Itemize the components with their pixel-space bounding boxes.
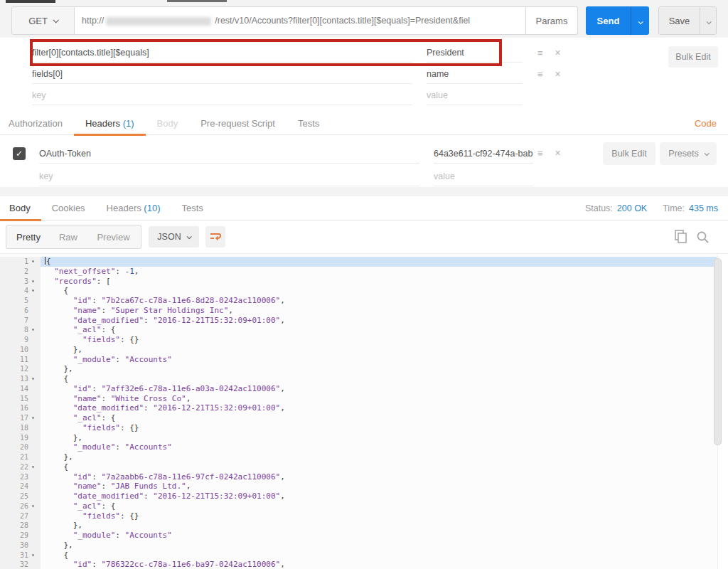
fold-arrow-icon[interactable]: ▾ (31, 374, 41, 384)
save-button[interactable]: Save (659, 7, 700, 34)
view-raw-button[interactable]: Raw (50, 225, 86, 248)
header-value-input[interactable] (434, 166, 533, 186)
params-button[interactable]: Params (526, 6, 578, 35)
line-gutter: 32 (0, 560, 41, 569)
tab-body[interactable]: Body (146, 112, 190, 135)
method-select[interactable]: GET (11, 6, 75, 35)
tab-response-body[interactable]: Body (0, 196, 41, 220)
line-gutter: 29 (0, 531, 41, 541)
search-button[interactable] (696, 230, 710, 244)
fold-spacer (31, 364, 41, 374)
view-pretty-button[interactable]: Pretty (6, 225, 50, 248)
fold-arrow-icon[interactable]: ▾ (31, 325, 41, 335)
header-row-checkbox[interactable]: ✓ (13, 147, 26, 160)
tab-tests[interactable]: Tests (287, 112, 331, 135)
url-input[interactable]: http:// /rest/v10/Accounts?filter[0][con… (75, 6, 526, 35)
response-body-viewer[interactable]: 1▾{2 "next_offset": -1,3▾ "records": [4▾… (0, 253, 728, 569)
line-number: 22 (0, 462, 31, 472)
fold-arrow-icon[interactable]: ▾ (31, 462, 41, 472)
fold-spacer (31, 541, 41, 551)
tab-response-tests[interactable]: Tests (171, 196, 213, 220)
code-line: 3▾ "records": [ (0, 277, 728, 287)
code-text: }, (41, 521, 728, 531)
fold-spacer (31, 296, 41, 306)
fold-arrow-icon[interactable]: ▾ (31, 501, 41, 511)
fold-spacer (31, 482, 41, 491)
line-gutter: 19 (0, 433, 41, 443)
save-dropdown-button[interactable] (700, 7, 716, 34)
code-line: 26▾ "_acl": { (0, 501, 728, 511)
line-number: 5 (0, 296, 31, 306)
line-number: 31 (0, 551, 31, 560)
code-line: 20 "_module": "Accounts" (0, 442, 728, 452)
fold-spacer (31, 433, 41, 443)
param-value-input[interactable] (427, 43, 523, 63)
format-select[interactable]: JSON (149, 226, 199, 248)
drag-handle-icon[interactable]: ≡ (537, 69, 543, 80)
line-number: 32 (0, 560, 31, 569)
bulk-edit-button[interactable]: Bulk Edit (603, 142, 655, 165)
code-text: "_acl": { (41, 325, 728, 335)
scrollbar-thumb[interactable] (714, 258, 722, 445)
line-gutter: 10 (0, 345, 41, 355)
drag-handle-icon[interactable]: ≡ (537, 148, 543, 159)
header-key-input[interactable] (39, 166, 419, 186)
tab-response-headers[interactable]: Headers (10) (96, 196, 171, 220)
fold-arrow-icon[interactable]: ▾ (31, 551, 41, 560)
copy-button[interactable] (675, 230, 687, 244)
param-value-input[interactable] (427, 64, 523, 84)
line-number: 28 (0, 521, 31, 531)
presets-button[interactable]: Presets (660, 142, 717, 165)
line-number: 27 (0, 511, 31, 521)
code-line: 15 "name": "White Cross Co", (0, 394, 728, 404)
wrap-text-button[interactable] (205, 226, 225, 248)
param-value-input[interactable] (427, 85, 523, 105)
fold-arrow-icon[interactable]: ▾ (31, 277, 41, 287)
code-text: { (41, 374, 728, 384)
time-value: 435 ms (689, 196, 718, 220)
line-gutter: 12 (0, 364, 41, 374)
param-key-input[interactable] (32, 43, 412, 63)
chevron-down-icon (186, 234, 191, 239)
fold-arrow-icon[interactable]: ▾ (31, 413, 41, 423)
param-key-input[interactable] (32, 85, 412, 105)
code-line: 1▾{ (0, 257, 728, 267)
remove-row-icon[interactable]: × (555, 68, 561, 80)
response-section: Body Cookies Headers (10) Tests Status: … (0, 196, 728, 569)
fold-spacer (31, 511, 41, 521)
tab-response-cookies[interactable]: Cookies (41, 196, 96, 220)
tab-headers[interactable]: Headers (1) (74, 112, 146, 135)
tab-authorization[interactable]: Authorization (9, 112, 74, 135)
line-number: 17 (0, 413, 31, 423)
line-number: 2 (0, 267, 31, 277)
line-number: 10 (0, 345, 31, 355)
fold-spacer (31, 491, 41, 501)
params-editor: ≡ × Bulk Edit ≡ × (0, 38, 728, 112)
code-text: "id": "7a2aabb6-c78a-11e6-97cf-0242ac110… (41, 472, 728, 482)
row-actions: ≡ × (537, 142, 561, 164)
line-number: 4 (0, 286, 31, 296)
chevron-down-icon (704, 151, 709, 156)
header-value-input[interactable] (434, 144, 533, 164)
tab-pre-request-script[interactable]: Pre-request Script (189, 112, 287, 135)
fold-arrow-icon[interactable]: ▾ (31, 257, 41, 267)
code-text: { (41, 462, 728, 472)
remove-row-icon[interactable]: × (555, 47, 561, 58)
headers-editor: ✓ ≡ × Bulk Edit Presets (0, 135, 728, 188)
send-dropdown-button[interactable] (631, 6, 649, 35)
param-row-empty (0, 85, 728, 106)
code-link[interactable]: Code (695, 118, 717, 129)
fold-arrow-icon[interactable]: ▾ (31, 286, 41, 296)
view-preview-button[interactable]: Preview (86, 225, 141, 248)
code-line: 21 }, (0, 452, 728, 462)
text-cursor (45, 257, 46, 265)
url-scheme: http:// (82, 16, 104, 26)
header-row: ✓ ≡ × Bulk Edit Presets (0, 142, 728, 165)
code-line: 6 "name": "Super Star Holdings Inc", (0, 306, 728, 316)
line-gutter: 7 (0, 316, 41, 326)
drag-handle-icon[interactable]: ≡ (537, 48, 543, 58)
param-key-input[interactable] (32, 64, 412, 84)
remove-row-icon[interactable]: × (555, 147, 561, 159)
send-button[interactable]: Send (586, 6, 631, 35)
header-key-input[interactable] (39, 144, 419, 164)
